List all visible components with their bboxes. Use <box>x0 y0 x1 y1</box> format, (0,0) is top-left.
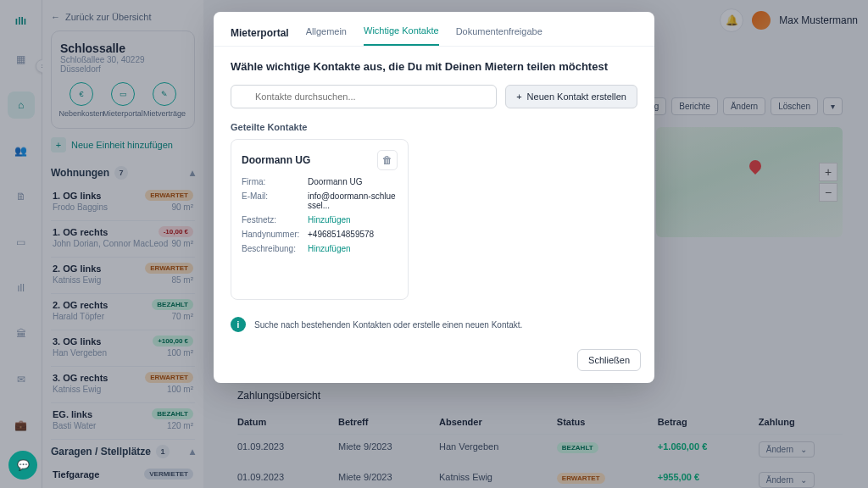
chat-button[interactable]: 💬 <box>8 451 37 480</box>
plus-icon: + <box>516 92 521 102</box>
add-beschreibung-link[interactable]: Hinzufügen <box>308 244 398 253</box>
tab-allgemein[interactable]: Allgemein <box>306 21 347 45</box>
contact-handy: +4968514859578 <box>308 230 398 239</box>
info-icon: i <box>231 317 246 332</box>
tab-dokumentenfreigabe[interactable]: Dokumentenfreigabe <box>456 21 542 45</box>
contact-card: Doormann UG 🗑 Firma: Doormann UG E-Mail:… <box>231 139 409 300</box>
tab-wichtige-kontakte[interactable]: Wichtige Kontakte <box>364 20 439 46</box>
close-button[interactable]: Schließen <box>577 349 641 371</box>
search-input[interactable] <box>231 85 497 108</box>
modal-brand: Mieterportal <box>231 27 289 39</box>
contact-name: Doormann UG <box>242 154 310 166</box>
delete-contact-button[interactable]: 🗑 <box>377 150 398 170</box>
contact-firma: Doormann UG <box>308 177 398 186</box>
modal: Mieterportal Allgemein Wichtige Kontakte… <box>214 12 654 383</box>
contact-email: info@doormann-schluessel... <box>308 191 398 210</box>
add-festnetz-link[interactable]: Hinzufügen <box>308 215 398 225</box>
shared-contacts-heading: Geteilte Kontakte <box>231 122 637 132</box>
new-contact-button[interactable]: + Neuen Kontakt erstellen <box>505 85 637 108</box>
trash-icon: 🗑 <box>382 154 392 166</box>
modal-title: Wähle wichtige Kontakte aus, die Du mit … <box>231 60 637 73</box>
info-text: Suche nach bestehenden Kontakten oder er… <box>254 320 522 330</box>
